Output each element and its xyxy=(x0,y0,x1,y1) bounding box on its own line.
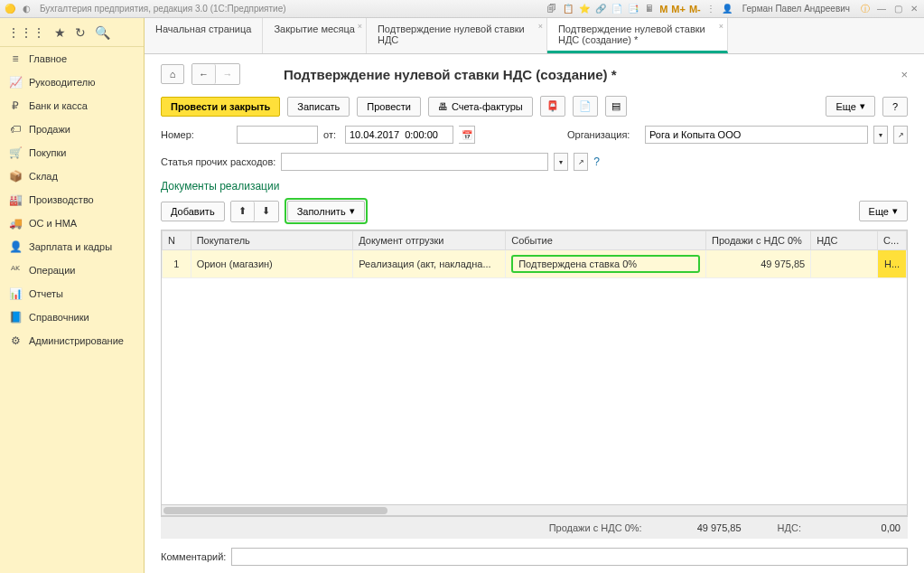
sidebar-items: ≡Главное📈Руководителю₽Банк и касса🏷Прода… xyxy=(0,47,144,352)
post-and-close-button[interactable]: Провести и закрыть xyxy=(161,97,280,117)
tab-close-icon[interactable]: × xyxy=(358,22,362,31)
maximize-button[interactable]: ▢ xyxy=(891,3,904,15)
col-buyer[interactable]: Покупатель xyxy=(191,231,353,250)
fill-button[interactable]: Заполнить ▾ xyxy=(287,201,365,221)
sidebar-item-8[interactable]: 👤Зарплата и кадры xyxy=(0,235,144,258)
col-sales[interactable]: Продажи с НДС 0% xyxy=(706,231,811,250)
table-more-button[interactable]: Еще ▾ xyxy=(859,201,908,221)
star-icon[interactable]: ★ xyxy=(54,25,66,40)
move-up-button[interactable]: ⬆ xyxy=(231,202,255,221)
app-icon: 🟡 xyxy=(4,3,16,15)
sidebar-item-5[interactable]: 📦Склад xyxy=(0,164,144,188)
cell-sales: 49 975,85 xyxy=(706,250,811,278)
close-button[interactable]: ✕ xyxy=(908,3,920,15)
mem-m-minus[interactable]: M- xyxy=(689,4,701,14)
mem-m-plus[interactable]: M+ xyxy=(671,4,686,14)
tab-1[interactable]: Закрытие месяца× xyxy=(263,18,367,53)
comment-input[interactable] xyxy=(231,548,908,566)
sep-icon: ⋮ xyxy=(705,3,717,15)
tab-2[interactable]: Подтверждение нулевой ставки НДС× xyxy=(367,18,547,53)
back-button[interactable]: ← xyxy=(192,64,216,84)
content: Начальная страницаЗакрытие месяца×Подтве… xyxy=(145,18,924,573)
history-icon[interactable]: ↻ xyxy=(75,25,86,40)
list-button[interactable]: ▤ xyxy=(605,96,627,117)
tab-0[interactable]: Начальная страница xyxy=(145,18,263,53)
link-button[interactable]: 📄 xyxy=(573,96,598,117)
calc-icon[interactable]: 🖩 xyxy=(643,3,656,15)
help-icon[interactable]: ? xyxy=(593,155,600,168)
col-shipment[interactable]: Документ отгрузки xyxy=(353,231,506,250)
sidebar-item-4[interactable]: 🛒Покупки xyxy=(0,141,144,164)
toolbar-icon[interactable]: 📋 xyxy=(562,3,574,15)
report-button[interactable]: 📮 xyxy=(540,96,565,117)
tab-close-icon[interactable]: × xyxy=(538,22,543,31)
toolbar-icon[interactable]: 🗐 xyxy=(546,3,558,15)
sidebar-item-1[interactable]: 📈Руководителю xyxy=(0,70,144,94)
number-input[interactable] xyxy=(237,126,318,144)
cell-n: 1 xyxy=(163,250,191,278)
document-title: Подтверждение нулевой ставки НДС (создан… xyxy=(284,67,617,82)
help-button[interactable]: ? xyxy=(882,97,908,117)
calendar-icon[interactable]: 📅 xyxy=(459,126,475,144)
fill-highlight: Заполнить ▾ xyxy=(285,198,368,224)
toolbar-icon[interactable]: ⭐ xyxy=(578,3,591,15)
sidebar-item-icon: 🚚 xyxy=(9,217,22,230)
sidebar-item-9[interactable]: ᴬᴷОперации xyxy=(0,258,144,282)
back-icon[interactable]: ◐ xyxy=(20,3,33,15)
sidebar-item-6[interactable]: 🏭Производство xyxy=(0,188,144,211)
info-icon[interactable]: ⓘ xyxy=(859,3,872,15)
sidebar-item-label: Главное xyxy=(29,53,67,64)
toolbar-icon[interactable]: 📑 xyxy=(627,3,639,15)
col-event[interactable]: Событие xyxy=(506,231,706,250)
sidebar-item-icon: 🏭 xyxy=(9,193,22,206)
sidebar-item-3[interactable]: 🏷Продажи xyxy=(0,117,144,141)
cell-buyer: Орион (магазин) xyxy=(191,250,353,278)
more-button[interactable]: Еще ▾ xyxy=(826,96,874,117)
tab-close-icon[interactable]: × xyxy=(719,22,723,31)
sidebar-item-0[interactable]: ≡Главное xyxy=(0,47,144,70)
org-input[interactable] xyxy=(645,126,868,144)
total-nds-value: 0,00 xyxy=(837,522,901,533)
sidebar-item-2[interactable]: ₽Банк и касса xyxy=(0,94,144,117)
mem-m[interactable]: M xyxy=(659,4,667,14)
sidebar-item-label: Операции xyxy=(29,265,75,276)
expense-open-icon[interactable]: ↗ xyxy=(574,153,588,171)
sidebar-item-7[interactable]: 🚚ОС и НМА xyxy=(0,211,144,235)
sidebar-item-label: Продажи xyxy=(29,124,70,135)
col-last[interactable]: С... xyxy=(878,231,907,250)
add-button[interactable]: Добавить xyxy=(161,202,225,221)
save-button[interactable]: Записать xyxy=(287,97,350,117)
expense-dropdown-icon[interactable]: ▾ xyxy=(554,153,568,171)
table-toolbar: Добавить ⬆ ⬇ Заполнить ▾ Еще ▾ xyxy=(161,198,908,224)
org-open-icon[interactable]: ↗ xyxy=(893,126,908,144)
search-icon[interactable]: 🔍 xyxy=(95,25,110,40)
home-button[interactable]: ⌂ xyxy=(161,64,184,84)
apps-icon[interactable]: ⋮⋮⋮ xyxy=(7,25,45,40)
sidebar-item-label: Отчеты xyxy=(29,288,63,299)
invoices-button[interactable]: 🖶Счета-фактуры xyxy=(428,97,533,117)
sidebar-item-10[interactable]: 📊Отчеты xyxy=(0,282,144,305)
sidebar-item-label: Руководителю xyxy=(29,77,95,88)
toolbar-icon[interactable]: 📄 xyxy=(611,3,623,15)
date-input[interactable] xyxy=(345,126,453,144)
sidebar-item-12[interactable]: ⚙Администрирование xyxy=(0,329,144,352)
col-nds[interactable]: НДС xyxy=(811,231,878,250)
sidebar-item-11[interactable]: 📘Справочники xyxy=(0,305,144,329)
expense-input[interactable] xyxy=(281,153,548,171)
table-wrap: N Покупатель Документ отгрузки Событие П… xyxy=(161,230,908,516)
move-down-button[interactable]: ⬇ xyxy=(255,202,278,221)
sidebar-item-label: Банк и касса xyxy=(29,100,88,111)
col-n[interactable]: N xyxy=(163,231,191,250)
document-close-icon[interactable]: × xyxy=(901,68,908,81)
minimize-button[interactable]: — xyxy=(875,3,888,15)
tab-3[interactable]: Подтверждение нулевой ставки НДС (создан… xyxy=(547,18,728,53)
table-row[interactable]: 1Орион (магазин)Реализация (акт, накладн… xyxy=(163,250,907,278)
toolbar-icon[interactable]: 🔗 xyxy=(594,3,607,15)
printer-icon: 🖶 xyxy=(438,101,448,112)
post-button[interactable]: Провести xyxy=(357,97,421,117)
horizontal-scrollbar[interactable] xyxy=(162,504,907,515)
forward-button[interactable]: → xyxy=(216,64,239,84)
titlebar: 🟡 ◐ Бухгалтерия предприятия, редакция 3.… xyxy=(0,0,924,18)
org-dropdown-icon[interactable]: ▾ xyxy=(873,126,888,144)
sidebar-item-icon: 📘 xyxy=(9,311,22,324)
